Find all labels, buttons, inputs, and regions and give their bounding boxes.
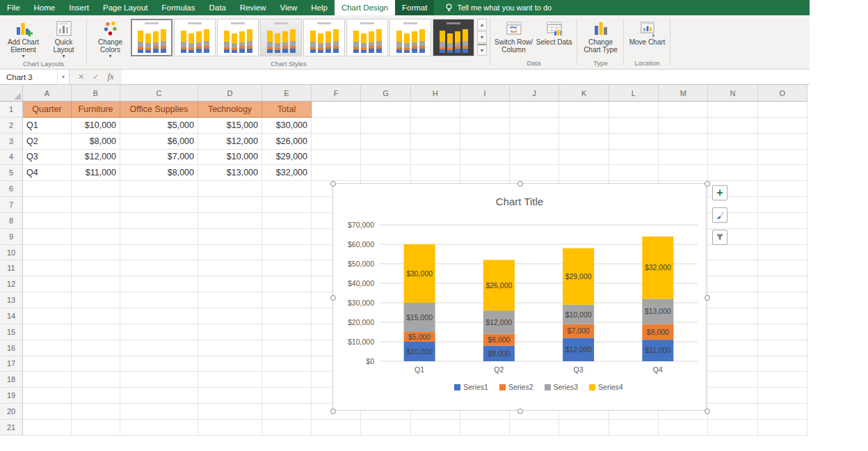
cell-C14[interactable] bbox=[120, 308, 198, 324]
row-header-8[interactable]: 8 bbox=[0, 213, 23, 229]
cell-E8[interactable] bbox=[262, 213, 312, 229]
cell-B8[interactable] bbox=[72, 213, 120, 229]
cell-O7[interactable] bbox=[758, 197, 807, 213]
chart-styles-button[interactable] bbox=[712, 207, 728, 223]
cell-F5[interactable] bbox=[312, 165, 361, 181]
ribbon-tab-page-layout[interactable]: Page Layout bbox=[96, 0, 155, 15]
cell-N20[interactable] bbox=[708, 404, 757, 420]
selection-handle[interactable] bbox=[330, 409, 336, 414]
cell-E17[interactable] bbox=[262, 356, 312, 372]
chart-filters-button[interactable] bbox=[712, 230, 728, 245]
cell-B1[interactable]: Furniture bbox=[72, 102, 120, 118]
cell-D13[interactable] bbox=[198, 292, 262, 308]
cell-D2[interactable]: $15,000 bbox=[198, 118, 262, 134]
cell-N1[interactable] bbox=[708, 102, 757, 118]
cell-B12[interactable] bbox=[72, 276, 120, 292]
cell-E19[interactable] bbox=[262, 388, 312, 404]
column-header-h[interactable]: H bbox=[411, 85, 460, 102]
cell-C3[interactable]: $6,000 bbox=[120, 134, 198, 150]
cell-A19[interactable] bbox=[23, 388, 72, 404]
cell-N16[interactable] bbox=[708, 340, 757, 356]
gallery-scroll-up-button[interactable]: ▲ bbox=[477, 19, 487, 31]
cell-A21[interactable] bbox=[23, 420, 72, 436]
cell-H4[interactable] bbox=[411, 150, 460, 166]
cell-B7[interactable] bbox=[72, 197, 120, 213]
row-header-20[interactable]: 20 bbox=[0, 404, 23, 420]
cell-D17[interactable] bbox=[198, 356, 262, 372]
cell-L21[interactable] bbox=[609, 420, 659, 436]
move-chart-button[interactable]: Move Chart bbox=[627, 16, 667, 46]
cell-H3[interactable] bbox=[411, 134, 460, 150]
cell-A17[interactable] bbox=[23, 356, 72, 372]
cell-C10[interactable] bbox=[120, 245, 198, 261]
cell-B13[interactable] bbox=[72, 292, 120, 308]
cell-A1[interactable]: Quarter bbox=[23, 102, 72, 118]
cell-O12[interactable] bbox=[758, 276, 807, 292]
cell-H2[interactable] bbox=[411, 118, 460, 134]
column-header-g[interactable]: G bbox=[361, 85, 410, 102]
selection-handle[interactable] bbox=[517, 409, 523, 414]
cell-E3[interactable]: $26,000 bbox=[262, 134, 312, 150]
cell-F21[interactable] bbox=[312, 420, 361, 436]
insert-function-icon[interactable]: fx bbox=[107, 72, 113, 82]
cell-E7[interactable] bbox=[262, 197, 312, 213]
cell-O21[interactable] bbox=[758, 420, 807, 436]
cell-C16[interactable] bbox=[120, 340, 198, 356]
cell-B21[interactable] bbox=[72, 420, 120, 436]
cell-B20[interactable] bbox=[72, 404, 120, 420]
cell-B17[interactable] bbox=[72, 356, 120, 372]
cell-N15[interactable] bbox=[708, 324, 757, 340]
change-colors-button[interactable]: Change Colors ▾ bbox=[90, 16, 130, 60]
cell-O20[interactable] bbox=[758, 404, 807, 420]
chart-style-8[interactable] bbox=[433, 19, 474, 56]
cell-N19[interactable] bbox=[708, 388, 757, 404]
cell-B9[interactable] bbox=[72, 229, 120, 245]
cell-E13[interactable] bbox=[262, 292, 312, 308]
formula-input[interactable] bbox=[122, 70, 810, 84]
row-header-12[interactable]: 12 bbox=[0, 276, 23, 292]
cell-D9[interactable] bbox=[198, 229, 262, 245]
cell-J1[interactable] bbox=[510, 102, 559, 118]
cell-C4[interactable]: $7,000 bbox=[120, 150, 198, 166]
chart-style-6[interactable] bbox=[346, 19, 388, 56]
cell-E21[interactable] bbox=[262, 420, 312, 436]
switch-row-column-button[interactable]: Switch Row/ Column bbox=[494, 16, 533, 54]
cell-A14[interactable] bbox=[23, 308, 72, 324]
cell-I21[interactable] bbox=[460, 420, 510, 436]
cell-L2[interactable] bbox=[609, 118, 659, 134]
cell-E11[interactable] bbox=[262, 260, 312, 276]
chart-style-5[interactable] bbox=[303, 19, 345, 56]
row-header-7[interactable]: 7 bbox=[0, 197, 23, 213]
column-header-d[interactable]: D bbox=[198, 85, 262, 102]
chart-legend[interactable]: Series1Series2Series3Series4 bbox=[380, 383, 698, 391]
cell-F3[interactable] bbox=[312, 134, 361, 150]
cell-E4[interactable]: $29,000 bbox=[262, 150, 312, 166]
cell-C11[interactable] bbox=[120, 260, 198, 276]
cell-I3[interactable] bbox=[460, 134, 510, 150]
cell-E12[interactable] bbox=[262, 276, 312, 292]
row-header-6[interactable]: 6 bbox=[0, 181, 23, 197]
cell-C9[interactable] bbox=[120, 229, 198, 245]
cell-O19[interactable] bbox=[758, 388, 807, 404]
cell-C18[interactable] bbox=[120, 372, 198, 388]
cell-F1[interactable] bbox=[312, 102, 361, 118]
selection-handle[interactable] bbox=[330, 295, 336, 301]
row-header-9[interactable]: 9 bbox=[0, 229, 23, 245]
cell-D15[interactable] bbox=[198, 324, 262, 340]
cell-A12[interactable] bbox=[23, 276, 72, 292]
row-header-11[interactable]: 11 bbox=[0, 260, 23, 276]
cell-D3[interactable]: $12,000 bbox=[198, 134, 262, 150]
cell-J5[interactable] bbox=[510, 165, 559, 181]
cell-M3[interactable] bbox=[659, 134, 708, 150]
cell-D12[interactable] bbox=[198, 276, 262, 292]
cell-O15[interactable] bbox=[758, 324, 807, 340]
cell-L3[interactable] bbox=[609, 134, 659, 150]
cell-B11[interactable] bbox=[72, 260, 120, 276]
cell-C17[interactable] bbox=[120, 356, 198, 372]
cell-B10[interactable] bbox=[72, 245, 120, 261]
row-header-13[interactable]: 13 bbox=[0, 292, 23, 308]
cell-N13[interactable] bbox=[708, 292, 757, 308]
cell-O13[interactable] bbox=[758, 292, 807, 308]
cell-D5[interactable]: $13,000 bbox=[198, 165, 262, 181]
cell-I1[interactable] bbox=[460, 102, 510, 118]
